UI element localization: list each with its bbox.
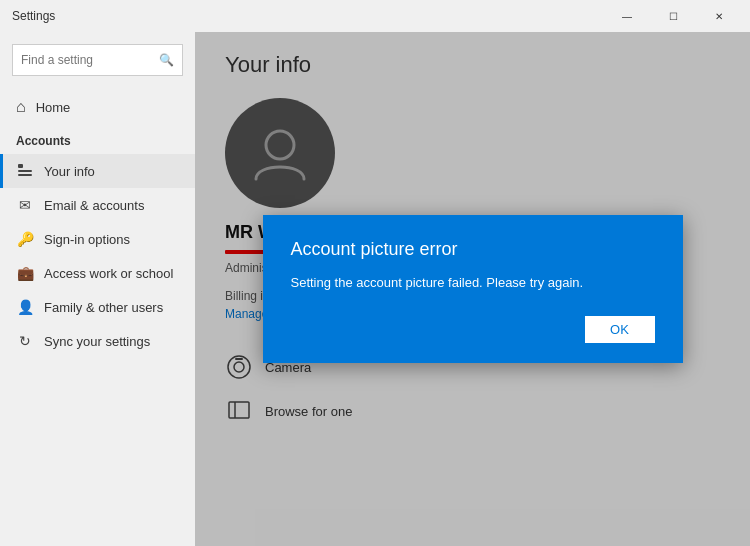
sidebar-item-your-info[interactable]: Your info [0, 154, 195, 188]
svg-rect-1 [18, 170, 32, 172]
signin-icon: 🔑 [16, 230, 34, 248]
sidebar-item-signin[interactable]: 🔑 Sign-in options [0, 222, 195, 256]
main-content: Your info MR WHISPERS @hotmail.com Admin… [195, 32, 750, 546]
sidebar-item-email[interactable]: ✉ Email & accounts [0, 188, 195, 222]
svg-rect-2 [18, 174, 32, 176]
dialog-title: Account picture error [291, 239, 655, 260]
sidebar-item-work[interactable]: 💼 Access work or school [0, 256, 195, 290]
sidebar-item-family-label: Family & other users [44, 300, 163, 315]
maximize-button[interactable]: ☐ [650, 0, 696, 32]
dialog-body: Setting the account picture failed. Plea… [291, 274, 655, 292]
sidebar-item-work-label: Access work or school [44, 266, 173, 281]
dialog-overlay: Account picture error Setting the accoun… [195, 32, 750, 546]
sidebar-item-sync-label: Sync your settings [44, 334, 150, 349]
sidebar: 🔍 ⌂ Home Accounts Your info [0, 32, 195, 546]
title-bar-controls: — ☐ ✕ [604, 0, 742, 32]
search-box[interactable]: 🔍 [12, 44, 183, 76]
home-label: Home [36, 100, 71, 115]
title-bar: Settings — ☐ ✕ [0, 0, 750, 32]
settings-window: Settings — ☐ ✕ 🔍 ⌂ Home Accounts [0, 0, 750, 546]
error-dialog: Account picture error Setting the accoun… [263, 215, 683, 363]
family-icon: 👤 [16, 298, 34, 316]
search-icon: 🔍 [159, 53, 174, 67]
sync-icon: ↻ [16, 332, 34, 350]
sidebar-item-family[interactable]: 👤 Family & other users [0, 290, 195, 324]
sidebar-item-signin-label: Sign-in options [44, 232, 130, 247]
minimize-button[interactable]: — [604, 0, 650, 32]
search-input[interactable] [21, 53, 153, 67]
svg-rect-0 [18, 164, 23, 168]
work-icon: 💼 [16, 264, 34, 282]
email-icon: ✉ [16, 196, 34, 214]
sidebar-item-home[interactable]: ⌂ Home [0, 88, 195, 126]
dialog-footer: OK [291, 316, 655, 343]
your-info-icon [16, 162, 34, 180]
sidebar-item-email-label: Email & accounts [44, 198, 144, 213]
window-title: Settings [12, 9, 55, 23]
sidebar-item-your-info-label: Your info [44, 164, 95, 179]
content-area: 🔍 ⌂ Home Accounts Your info [0, 32, 750, 546]
sidebar-item-sync[interactable]: ↻ Sync your settings [0, 324, 195, 358]
sidebar-section-accounts: Accounts [0, 130, 195, 154]
home-icon: ⌂ [16, 98, 26, 116]
ok-button[interactable]: OK [585, 316, 655, 343]
title-bar-left: Settings [12, 9, 55, 23]
close-button[interactable]: ✕ [696, 0, 742, 32]
